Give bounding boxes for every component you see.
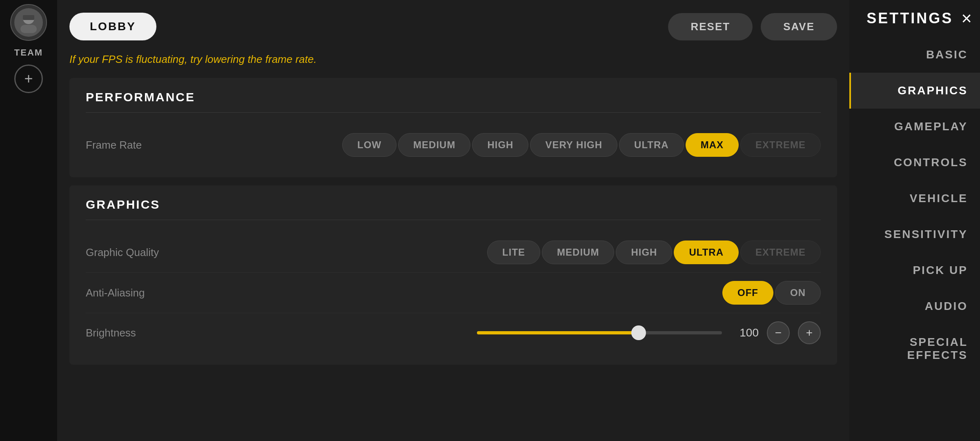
save-button[interactable]: SAVE bbox=[761, 13, 837, 40]
performance-section: PERFORMANCE Frame Rate LOW MEDIUM HIGH V… bbox=[69, 78, 837, 177]
avatar[interactable] bbox=[10, 4, 47, 41]
brightness-row: Brightness 100 − + bbox=[86, 313, 821, 352]
anti-aliasing-options: OFF ON bbox=[722, 281, 821, 305]
brightness-increase-button[interactable]: + bbox=[798, 321, 821, 344]
left-sidebar: TEAM + bbox=[0, 0, 57, 441]
right-sidebar: SETTINGS × BASIC GRAPHICS GAMEPLAY CONTR… bbox=[849, 0, 980, 441]
graphics-section: GRAPHICS Graphic Quality LITE MEDIUM HIG… bbox=[69, 185, 837, 365]
main-content: LOBBY RESET SAVE If your FPS is fluctuat… bbox=[57, 0, 849, 441]
quality-high[interactable]: HIGH bbox=[616, 241, 672, 264]
svg-rect-1 bbox=[20, 25, 37, 33]
performance-title: PERFORMANCE bbox=[86, 90, 821, 113]
quality-extreme[interactable]: EXTREME bbox=[740, 241, 821, 264]
brightness-slider-track[interactable] bbox=[477, 331, 722, 334]
frame-rate-options: LOW MEDIUM HIGH VERY HIGH ULTRA MAX EXTR… bbox=[342, 133, 821, 157]
quality-medium[interactable]: MEDIUM bbox=[542, 241, 614, 264]
brightness-decrease-button[interactable]: − bbox=[767, 321, 790, 344]
nav-item-vehicle[interactable]: VEHICLE bbox=[849, 180, 980, 216]
frame-rate-ultra[interactable]: ULTRA bbox=[619, 133, 684, 157]
anti-aliasing-row: Anti-Aliasing OFF ON bbox=[86, 273, 821, 313]
graphic-quality-label: Graphic Quality bbox=[86, 246, 208, 259]
lobby-button[interactable]: LOBBY bbox=[69, 13, 156, 40]
frame-rate-high[interactable]: HIGH bbox=[472, 133, 528, 157]
nav-item-special-effects[interactable]: SPECIAL EFFECTS bbox=[849, 324, 980, 373]
top-bar: LOBBY RESET SAVE bbox=[69, 0, 837, 53]
nav-item-gameplay[interactable]: GAMEPLAY bbox=[849, 109, 980, 145]
frame-rate-low[interactable]: LOW bbox=[342, 133, 396, 157]
anti-aliasing-off[interactable]: OFF bbox=[722, 281, 773, 305]
brightness-slider-container: 100 − + bbox=[477, 321, 821, 344]
brightness-label: Brightness bbox=[86, 327, 208, 339]
reset-button[interactable]: RESET bbox=[668, 13, 753, 40]
team-label: TEAM bbox=[14, 47, 43, 58]
nav-item-audio[interactable]: AUDIO bbox=[849, 288, 980, 324]
add-team-button[interactable]: + bbox=[14, 65, 43, 93]
frame-rate-very-high[interactable]: VERY HIGH bbox=[530, 133, 617, 157]
graphic-quality-options: LITE MEDIUM HIGH ULTRA EXTREME bbox=[487, 241, 821, 264]
anti-aliasing-on[interactable]: ON bbox=[775, 281, 821, 305]
frame-rate-extreme[interactable]: EXTREME bbox=[740, 133, 821, 157]
avatar-image bbox=[14, 8, 43, 37]
quality-lite[interactable]: LITE bbox=[487, 241, 540, 264]
close-button[interactable]: × bbox=[961, 9, 972, 27]
settings-nav: BASIC GRAPHICS GAMEPLAY CONTROLS VEHICLE… bbox=[849, 37, 980, 441]
brightness-slider-fill bbox=[477, 331, 636, 334]
frame-rate-label: Frame Rate bbox=[86, 139, 208, 151]
nav-item-pickup[interactable]: PICK UP bbox=[849, 252, 980, 288]
brightness-value: 100 bbox=[730, 326, 759, 339]
fps-warning: If your FPS is fluctuating, try lowering… bbox=[69, 53, 837, 66]
frame-rate-medium[interactable]: MEDIUM bbox=[398, 133, 470, 157]
anti-aliasing-label: Anti-Aliasing bbox=[86, 287, 208, 299]
svg-rect-3 bbox=[23, 15, 34, 20]
graphic-quality-row: Graphic Quality LITE MEDIUM HIGH ULTRA E… bbox=[86, 232, 821, 273]
frame-rate-row: Frame Rate LOW MEDIUM HIGH VERY HIGH ULT… bbox=[86, 125, 821, 165]
nav-item-sensitivity[interactable]: SENSITIVITY bbox=[849, 216, 980, 252]
nav-item-graphics[interactable]: GRAPHICS bbox=[849, 73, 980, 109]
brightness-slider-thumb[interactable] bbox=[631, 325, 646, 340]
frame-rate-max[interactable]: MAX bbox=[686, 133, 739, 157]
nav-item-basic[interactable]: BASIC bbox=[849, 37, 980, 73]
settings-title: SETTINGS bbox=[866, 10, 953, 27]
quality-ultra[interactable]: ULTRA bbox=[674, 241, 739, 264]
graphics-title: GRAPHICS bbox=[86, 198, 821, 220]
nav-item-controls[interactable]: CONTROLS bbox=[849, 145, 980, 180]
settings-header: SETTINGS × bbox=[849, 0, 980, 37]
